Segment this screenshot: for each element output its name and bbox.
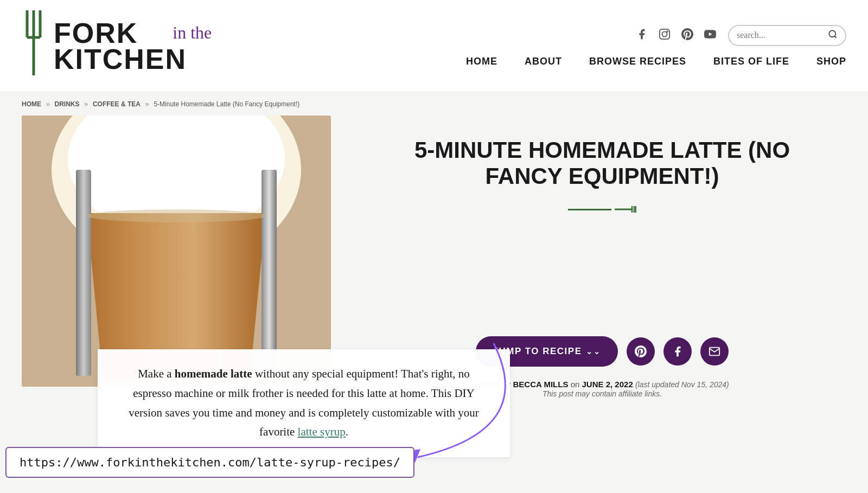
pinterest-icon[interactable] xyxy=(681,28,693,43)
svg-point-6 xyxy=(662,31,667,36)
divider-line-left xyxy=(568,209,611,210)
search-input[interactable] xyxy=(737,30,824,40)
fork-divider xyxy=(568,203,636,217)
desc-part1: Make a xyxy=(138,367,175,380)
recipe-title: 5-MINUTE HOMEMADE LATTE (NO FANCY EQUIPM… xyxy=(391,137,814,190)
last-updated: (last updated Nov 15, 2024) xyxy=(635,380,729,389)
svg-rect-14 xyxy=(261,170,277,376)
pinterest-share-button[interactable] xyxy=(627,337,655,366)
divider-fork-icon xyxy=(615,203,636,217)
social-icons xyxy=(636,28,716,43)
svg-point-8 xyxy=(829,30,835,37)
nav-about[interactable]: ABOUT xyxy=(525,56,562,67)
logo-in-the: in the xyxy=(173,23,212,42)
breadcrumb: HOME » DRINKS » COFFEE & TEA » 5-Minute … xyxy=(0,92,868,116)
post-date: JUNE 2, 2022 xyxy=(582,380,633,389)
affiliate-note: This post may contain affiliate links. xyxy=(542,389,662,398)
svg-rect-13 xyxy=(76,170,91,376)
latte-svg xyxy=(22,116,331,387)
instagram-icon[interactable] xyxy=(659,28,671,43)
desc-end: . xyxy=(346,425,348,438)
breadcrumb-current: 5-Minute Homemade Latte (No Fancy Equipm… xyxy=(154,100,299,108)
fork-icon xyxy=(22,8,46,85)
svg-point-15 xyxy=(119,159,184,191)
on-label: on xyxy=(571,380,580,389)
url-box: https://www.forkinthekitchen.com/latte-s… xyxy=(5,447,414,478)
search-button[interactable] xyxy=(828,29,838,42)
svg-point-17 xyxy=(87,209,266,222)
description-overlay: Make a homemade latte without any specia… xyxy=(98,349,510,457)
breadcrumb-home[interactable]: HOME xyxy=(22,100,41,108)
header-right: HOME ABOUT BROWSE RECIPES BITES OF LIFE … xyxy=(466,25,846,67)
logo[interactable]: FORK in the KITCHEN xyxy=(22,8,187,85)
latte-image xyxy=(22,116,331,387)
logo-kitchen: KITCHEN xyxy=(54,45,187,73)
svg-rect-5 xyxy=(660,29,669,39)
breadcrumb-sep-3: » xyxy=(145,100,151,108)
breadcrumb-sep-2: » xyxy=(84,100,90,108)
logo-text: FORK in the KITCHEN xyxy=(54,19,187,73)
nav-browse-recipes[interactable]: BROWSE RECIPES xyxy=(589,56,686,67)
author-name: BECCA MILLS xyxy=(513,380,569,389)
svg-line-9 xyxy=(834,36,836,37)
site-header: FORK in the KITCHEN xyxy=(0,0,868,92)
nav-home[interactable]: HOME xyxy=(466,56,497,67)
nav-shop[interactable]: SHOP xyxy=(816,56,846,67)
nav-bites-of-life[interactable]: BITES OF LIFE xyxy=(713,56,789,67)
posted-by: posted by BECCA MILLS on JUNE 2, 2022 (l… xyxy=(475,380,729,398)
facebook-icon[interactable] xyxy=(636,28,648,43)
breadcrumb-drinks[interactable]: DRINKS xyxy=(54,100,79,108)
action-buttons: JUMP TO RECIPE ⌄⌄ xyxy=(476,336,729,367)
jump-arrow-icon: ⌄⌄ xyxy=(586,347,601,356)
url-annotation-area: https://www.forkinthekitchen.com/latte-s… xyxy=(5,447,414,478)
logo-fork: FORK xyxy=(54,17,138,49)
description-text: Make a homemade latte without any specia… xyxy=(117,364,490,442)
breadcrumb-sep-1: » xyxy=(46,100,52,108)
main-nav: HOME ABOUT BROWSE RECIPES BITES OF LIFE … xyxy=(466,56,846,67)
search-box[interactable] xyxy=(728,25,846,46)
youtube-icon[interactable] xyxy=(704,28,716,43)
breadcrumb-coffee-tea[interactable]: COFFEE & TEA xyxy=(93,100,141,108)
facebook-share-button[interactable] xyxy=(663,337,692,366)
svg-point-16 xyxy=(179,151,233,178)
email-share-button[interactable] xyxy=(700,337,729,366)
svg-point-7 xyxy=(667,31,668,32)
latte-syrup-link[interactable]: latte syrup xyxy=(298,425,346,438)
social-search-area xyxy=(636,25,846,46)
main-content: 5-MINUTE HOMEMADE LATTE (NO FANCY EQUIPM… xyxy=(0,116,868,484)
desc-bold: homemade latte xyxy=(175,367,252,380)
